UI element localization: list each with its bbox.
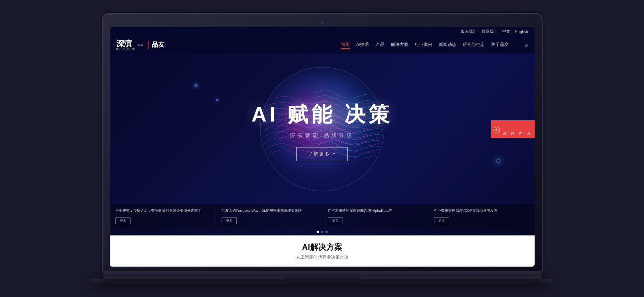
news-more-btn-3[interactable]: 更多	[328, 217, 343, 224]
contact-link[interactable]: 联系我们	[482, 29, 497, 34]
hero-title: AI 赋能 决策	[252, 101, 392, 129]
floating-cta-label3: 咨	[509, 129, 516, 130]
laptop-screen-outer: 加入我们 联系我们 中文 English 深演 DEEP ZERO 智能	[103, 14, 542, 271]
news-strip: 行业观察：疫情之后，数智化如何激发企业增长内驱力 更多 品友入选Forreste…	[110, 204, 535, 228]
hero-subtitle: 深演智能 品牌升级	[252, 132, 392, 139]
news-text-2: 品友入选Forrester Wave DMP报告卓越表现者象限	[222, 208, 316, 214]
floating-cta-button[interactable]: 合 作 咨 询 +	[491, 120, 535, 138]
nav-item-news[interactable]: 新闻动态	[439, 42, 456, 48]
news-item-2: 品友入选Forrester Wave DMP报告卓越表现者象限 更多	[216, 204, 322, 228]
logo-sub-text: DEEP ZERO	[116, 48, 136, 50]
floating-cta-label: 合	[525, 129, 532, 130]
nav-item-about[interactable]: 关于品友	[491, 42, 509, 48]
floating-cta-label4: 询	[501, 129, 508, 130]
nav-item-case[interactable]: 行业案例	[415, 42, 432, 48]
nav-item-solution[interactable]: 解决方案	[391, 42, 408, 48]
hero-content: AI 赋能 决策 深演智能 品牌升级 了解更多 +	[252, 101, 392, 161]
logo-sub1-text: 智能	[137, 43, 144, 47]
floating-cta-label2: 作	[517, 129, 524, 130]
laptop-foot	[91, 279, 553, 283]
news-more-btn-2[interactable]: 更多	[222, 217, 237, 224]
learn-more-button[interactable]: 了解更多 +	[296, 147, 347, 161]
hero-main: AI 赋能 决策 深演智能 品牌升级 了解更多 + 合 作 咨 询 +	[110, 54, 535, 204]
nav-divider	[517, 42, 517, 48]
bottom-section: AI解决方案 人工智能时代商业决策之道	[110, 235, 535, 267]
site-wrapper: 加入我们 联系我们 中文 English 深演 DEEP ZERO 智能	[110, 27, 535, 267]
news-text-4: 企业数据管理DMP/CDP实践白皮书发布	[434, 208, 529, 214]
dot-3[interactable]	[325, 231, 328, 233]
nav-item-research[interactable]: 研究与生态	[463, 42, 485, 48]
nav-item-ai[interactable]: AI技术	[356, 42, 369, 48]
nav-item-home[interactable]: 首页	[341, 42, 350, 48]
news-item-3: 广汽本田签约深演智能|品友AlphaData™ 更多	[322, 204, 428, 228]
news-item-4: 企业数据管理DMP/CDP实践白皮书发布 更多	[428, 204, 534, 228]
dot-2[interactable]	[321, 231, 323, 233]
utility-bar: 加入我们 联系我们 中文 English	[110, 27, 535, 36]
english-link[interactable]: English	[515, 30, 528, 34]
main-nav: 深演 DEEP ZERO 智能 品友 首页 AI技术 产品 解决方案 行业案例	[110, 36, 535, 54]
nav-items: 首页 AI技术 产品 解决方案 行业案例 新闻动态 研究与生态 关于品友 ⌕	[341, 42, 528, 48]
search-icon[interactable]: ⌕	[525, 42, 528, 48]
laptop-screen: 加入我们 联系我们 中文 English 深演 DEEP ZERO 智能	[110, 27, 535, 267]
pagination-dots	[110, 228, 535, 235]
news-text-1: 行业观察：疫情之后，数智化如何激发企业增长内驱力	[115, 208, 210, 214]
logo-brand-text: 品友	[148, 41, 164, 49]
logo-main-text: 深演	[116, 40, 131, 48]
news-text-3: 广汽本田签约深演智能|品友AlphaData™	[328, 208, 422, 214]
chinese-link[interactable]: 中文	[502, 29, 510, 34]
news-item-1: 行业观察：疫情之后，数智化如何激发企业增长内驱力 更多	[110, 204, 216, 228]
news-more-btn-4[interactable]: 更多	[434, 217, 449, 224]
hero-section: AI 赋能 决策 深演智能 品牌升级 了解更多 + 合 作 咨 询 +	[110, 54, 535, 235]
laptop-camera	[321, 21, 324, 24]
ai-solutions-title: AI解决方案	[116, 242, 528, 253]
ai-solutions-subtitle: 人工智能时代商业决策之道	[116, 254, 528, 260]
logo-area: 深演 DEEP ZERO 智能 品友	[116, 40, 164, 50]
news-more-btn-1[interactable]: 更多	[115, 217, 131, 224]
nav-item-product[interactable]: 产品	[376, 42, 384, 48]
laptop-base	[103, 271, 542, 279]
laptop-wrapper: 加入我们 联系我们 中文 English 深演 DEEP ZERO 智能	[103, 14, 542, 283]
floating-cta-plus-icon: +	[493, 127, 500, 133]
dot-1[interactable]	[317, 231, 319, 233]
join-us-link[interactable]: 加入我们	[461, 29, 477, 34]
